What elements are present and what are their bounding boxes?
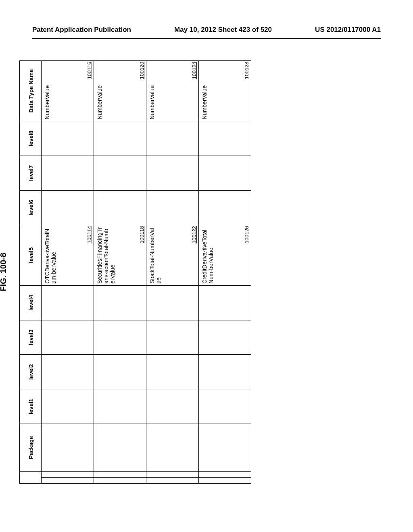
reference-number: 100126 (244, 226, 250, 243)
narrow-header (20, 471, 42, 483)
reference-number: 100128 (244, 62, 250, 79)
table-row: CreditDeriva-tiveTotalNum-berValue 10012… (199, 61, 251, 484)
narrow-cell (146, 471, 199, 477)
col-level1: level1 (20, 389, 42, 424)
cell-level8 (199, 121, 251, 156)
cell-level1 (199, 389, 251, 424)
data-table: Package level1 level2 level3 level4 leve… (19, 60, 251, 484)
cell-package (146, 424, 199, 471)
cell-level2 (146, 355, 199, 389)
cell-level5: SecuritiesFi-nancingTrans-actionTotal-Nu… (94, 225, 146, 285)
cell-data-type: NumberValue 100124 (146, 61, 199, 121)
reference-number: 100116 (87, 62, 93, 79)
col-level6: level6 (20, 190, 42, 225)
cell-level2 (199, 355, 251, 389)
cell-level5: OTCDeriva-tiveTotalNum-berValue 100114 (42, 225, 94, 285)
cell-text: CreditDeriva-tiveTotalNum-berValue (201, 230, 214, 284)
table-row: OTCDeriva-tiveTotalNum-berValue 100114 N… (42, 61, 94, 484)
narrow-cell (199, 477, 251, 483)
col-level8: level8 (20, 121, 42, 156)
cell-data-type: NumberValue 100120 (94, 61, 146, 121)
cell-level3 (94, 320, 146, 355)
cell-text: NumberValue (149, 85, 155, 120)
col-level2: level2 (20, 355, 42, 389)
cell-level5: CreditDeriva-tiveTotalNum-berValue 10012… (199, 225, 251, 285)
cell-text: NumberValue (201, 85, 208, 120)
cell-level4 (94, 285, 146, 320)
header-right: US 2012/0117000 A1 (315, 26, 381, 34)
cell-level4 (146, 285, 199, 320)
cell-level3 (42, 320, 94, 355)
header-left: Patent Application Publication (32, 26, 131, 34)
cell-text: SecuritiesFi-nancingTrans-actionTotal-Nu… (96, 227, 116, 284)
cell-data-type: NumberValue 100116 (42, 61, 94, 121)
narrow-cell (146, 477, 199, 483)
header-rule (32, 38, 381, 39)
narrow-cell (42, 477, 94, 483)
cell-text: StockTotal-NumberValue (149, 228, 162, 284)
cell-level6 (42, 190, 94, 225)
cell-level7 (94, 156, 146, 191)
cell-text: NumberValue (96, 85, 103, 120)
cell-level3 (199, 320, 251, 355)
reference-number: 100122 (192, 226, 198, 243)
col-level3: level3 (20, 320, 42, 355)
cell-level6 (94, 190, 146, 225)
narrow-cell (94, 477, 146, 483)
cell-package (199, 424, 251, 471)
cell-level8 (42, 121, 94, 156)
cell-level7 (146, 156, 199, 191)
page-header: Patent Application Publication May 10, 2… (0, 26, 413, 34)
cell-text: NumberValue (44, 85, 50, 120)
table-header-row: Package level1 level2 level3 level4 leve… (20, 61, 42, 484)
narrow-cell (94, 471, 146, 477)
narrow-cell (199, 471, 251, 477)
col-level7: level7 (20, 156, 42, 191)
col-level4: level4 (20, 285, 42, 320)
reference-number: 100114 (87, 226, 93, 243)
cell-level7 (42, 156, 94, 191)
cell-level8 (94, 121, 146, 156)
cell-level2 (94, 355, 146, 389)
cell-level1 (94, 389, 146, 424)
cell-data-type: NumberValue 100128 (199, 61, 251, 121)
cell-level1 (42, 389, 94, 424)
cell-level3 (146, 320, 199, 355)
table-row: StockTotal-NumberValue 100122 NumberValu… (146, 61, 199, 484)
header-center: May 10, 2012 Sheet 423 of 520 (174, 26, 272, 34)
cell-level2 (42, 355, 94, 389)
cell-level8 (146, 121, 199, 156)
reference-number: 100124 (192, 62, 198, 79)
cell-package (94, 424, 146, 471)
cell-level4 (42, 285, 94, 320)
cell-level1 (146, 389, 199, 424)
reference-number: 100120 (139, 62, 145, 79)
cell-level6 (146, 190, 199, 225)
cell-level7 (199, 156, 251, 191)
narrow-cell (42, 471, 94, 477)
cell-level5: StockTotal-NumberValue 100122 (146, 225, 199, 285)
reference-number: 100118 (139, 226, 145, 243)
cell-level6 (199, 190, 251, 225)
cell-level4 (199, 285, 251, 320)
cell-package (42, 424, 94, 471)
col-level5: level5 (20, 225, 42, 285)
cell-text: OTCDeriva-tiveTotalNum-berValue (44, 229, 57, 284)
table-row: SecuritiesFi-nancingTrans-actionTotal-Nu… (94, 61, 146, 484)
col-data-type: Data Type Name (20, 61, 42, 121)
figure-rotated-container: FIG. 100-8 Package level1 level2 level3 … (0, 66, 413, 478)
figure-title: FIG. 100-8 (0, 60, 8, 484)
col-package: Package (20, 424, 42, 471)
